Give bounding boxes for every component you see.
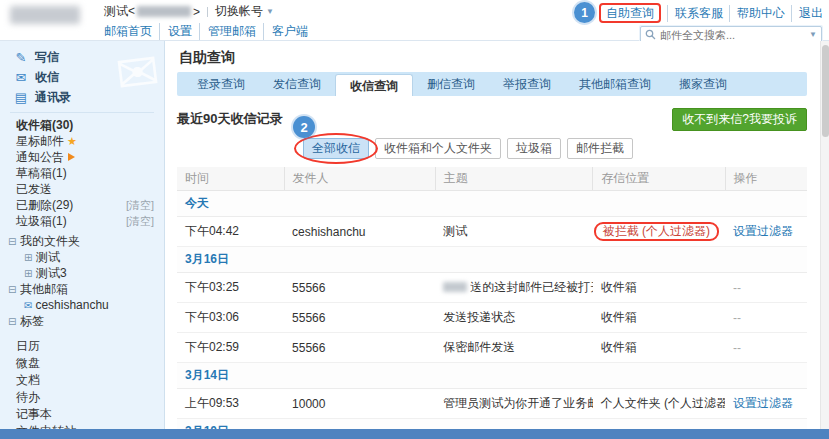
mail-records-table: 时间 发件人 主题 存信位置 操作 今天 下午04:42 ceshishanch…: [177, 167, 807, 429]
mail-time: 下午03:06: [177, 303, 284, 333]
switch-account-link[interactable]: 切换帐号 ▼: [215, 3, 274, 20]
tree-my-folders[interactable]: ⊟我的文件夹: [0, 233, 164, 249]
tree-folder-test3[interactable]: ⊞测试3: [0, 265, 164, 281]
nav-manage-mailbox[interactable]: 管理邮箱: [199, 23, 256, 40]
col-subject: 主题: [435, 167, 593, 191]
chevron-down-icon: ▼: [266, 7, 274, 16]
sidebar-item-docs[interactable]: 文档: [0, 372, 164, 389]
sidebar-item-announcements[interactable]: 通知公告: [0, 149, 164, 165]
mail-subject: 管理员测试为你开通了业务邮箱: [435, 389, 593, 419]
compose-button[interactable]: ✎ 写信: [0, 47, 164, 67]
tree-other-mailboxes[interactable]: ⊟其他邮箱: [0, 281, 164, 297]
mail-row[interactable]: 下午02:59 55566 保密邮件发送 收件箱 --: [177, 333, 807, 363]
logout-link[interactable]: 退出: [791, 5, 823, 22]
tab-delete-query[interactable]: 删信查询: [413, 72, 489, 96]
annotation-red-ellipse-wrap: 全部收信: [303, 138, 369, 159]
star-icon: ★: [67, 135, 77, 147]
webmail-self-query-page: 测试<> 切换帐号 ▼ 邮箱首页 设置 管理邮箱 客户端 1 自助查询: [0, 0, 829, 439]
section-title: 最近90天收信记录: [177, 111, 282, 126]
scrollbar-thumb[interactable]: [822, 45, 829, 137]
mail-row[interactable]: 下午04:42 ceshishanchu 测试 被拦截 (个人过滤器) 设置过滤…: [177, 217, 807, 247]
filter-inbox-and-folders[interactable]: 收件箱和个人文件夹: [375, 138, 501, 159]
complain-button[interactable]: 收不到来信?我要投诉: [672, 108, 807, 131]
section-header: 最近90天收信记录 收不到来信?我要投诉: [177, 108, 807, 129]
mail-sender: 55566: [284, 333, 435, 363]
mail-sender: ceshishanchu: [284, 217, 435, 247]
date-group-row: 3月14日: [177, 363, 807, 389]
nav-mail-home[interactable]: 邮箱首页: [104, 23, 152, 40]
sidebar-item-starred[interactable]: 星标邮件★: [0, 133, 164, 149]
quick-links: 1 自助查询 联系客服 帮助中心 退出: [599, 3, 823, 23]
date-group-row: 3月10日: [177, 419, 807, 430]
nav-settings[interactable]: 设置: [159, 23, 192, 40]
search-scope-dropdown-icon[interactable]: ▼: [809, 30, 817, 39]
mail-sender: 55566: [284, 303, 435, 333]
mail-sender: 10000: [284, 389, 435, 419]
mail-time: 下午04:42: [177, 217, 284, 247]
set-filter-link[interactable]: 设置过滤器: [733, 224, 793, 238]
sidebar-item-inbox[interactable]: 收件箱(30): [0, 117, 164, 133]
sidebar-item-junk[interactable]: 垃圾箱(1) [清空]: [0, 213, 164, 229]
page-title: 自助查询: [179, 49, 807, 67]
collapse-icon[interactable]: ⊟: [8, 282, 20, 298]
annotation-step-2: 2: [293, 116, 315, 138]
sidebar-item-calendar[interactable]: 日历: [0, 338, 164, 355]
nav-client[interactable]: 客户端: [263, 23, 308, 40]
account-name: 测试<: [104, 3, 135, 20]
mail-location: 收件箱: [593, 333, 725, 363]
help-center-link[interactable]: 帮助中心: [729, 5, 785, 22]
search-input[interactable]: [660, 29, 809, 41]
self-query-link[interactable]: 自助查询: [606, 6, 654, 20]
col-operation: 操作: [725, 167, 807, 191]
sidebar-item-drafts[interactable]: 草稿箱(1): [0, 165, 164, 181]
sidebar-item-todo[interactable]: 待办: [0, 389, 164, 406]
mail-icon: ✉: [14, 70, 28, 85]
mail-subject: 发送投递状态: [435, 303, 593, 333]
empty-junk-link[interactable]: [清空]: [126, 213, 154, 229]
collapse-icon[interactable]: ⊟: [8, 314, 20, 330]
mail-location: 个人文件夹 (个人过滤器): [593, 389, 725, 419]
tab-other-mailbox-query[interactable]: 其他邮箱查询: [565, 72, 665, 96]
set-filter-link[interactable]: 设置过滤器: [733, 396, 793, 410]
mail-row[interactable]: 下午03:25 55566 送的这封邮件已经被打开. 收件箱 --: [177, 273, 807, 303]
tab-migration-query[interactable]: 搬家查询: [665, 72, 741, 96]
main-content: 自助查询 登录查询 发信查询 收信查询 删信查询 举报查询 其他邮箱查询 搬家查…: [165, 41, 829, 429]
mail-subject: 送的这封邮件已经被打开.: [435, 273, 593, 303]
filter-buttons: 全部收信 收件箱和个人文件夹 垃圾箱 邮件拦截: [165, 136, 783, 160]
contacts-button[interactable]: ▤ 通讯录: [0, 87, 164, 107]
filter-blocked[interactable]: 邮件拦截: [567, 138, 633, 159]
sidebar-item-deleted[interactable]: 已删除(29) [清空]: [0, 197, 164, 213]
tree-folder-test[interactable]: ⊞测试: [0, 249, 164, 265]
sidebar-item-weiyun[interactable]: 微盘: [0, 355, 164, 372]
contact-support-link[interactable]: 联系客服: [667, 5, 723, 22]
mail-row[interactable]: 上午09:53 10000 管理员测试为你开通了业务邮箱 个人文件夹 (个人过滤…: [177, 389, 807, 419]
table-header-row: 时间 发件人 主题 存信位置 操作: [177, 167, 807, 191]
tab-send-query[interactable]: 发信查询: [259, 72, 335, 96]
compose-icon: ✎: [14, 50, 28, 65]
vertical-scrollbar[interactable]: [820, 41, 829, 429]
tab-receive-query[interactable]: 收信查询: [335, 74, 413, 96]
collapse-icon[interactable]: ⊟: [8, 234, 20, 250]
header-right: 1 自助查询 联系客服 帮助中心 退出 ▼: [599, 3, 823, 44]
redacted-name: [443, 282, 467, 292]
tree-tags[interactable]: ⊟标签: [0, 313, 164, 329]
date-group-row: 3月16日: [177, 247, 807, 273]
folder-tree: ⊟我的文件夹 ⊞测试 ⊞测试3 ⊟其他邮箱 ✉ceshishanchu ⊟标签: [0, 233, 164, 329]
filter-junk[interactable]: 垃圾箱: [507, 138, 561, 159]
filter-all-mail[interactable]: 全部收信: [303, 138, 369, 159]
sidebar-item-sent[interactable]: 已发送: [0, 181, 164, 197]
contacts-icon: ▤: [14, 90, 28, 105]
tab-report-query[interactable]: 举报查询: [489, 72, 565, 96]
receive-mail-button[interactable]: ✉ 收信: [0, 67, 164, 87]
mail-time: 上午09:53: [177, 389, 284, 419]
mail-subject: 保密邮件发送: [435, 333, 593, 363]
empty-deleted-link[interactable]: [清空]: [126, 197, 154, 213]
tree-account-ceshishanchu[interactable]: ✉ceshishanchu: [0, 297, 164, 313]
mail-row[interactable]: 下午03:06 55566 发送投递状态 收件箱 --: [177, 303, 807, 333]
sidebar-divider: [10, 112, 154, 113]
logo: [10, 6, 80, 24]
sidebar-item-notes[interactable]: 记事本: [0, 406, 164, 423]
mail-location: 收件箱: [593, 303, 725, 333]
tab-login-query[interactable]: 登录查询: [183, 72, 259, 96]
annotation-red-box-self-query: 1 自助查询: [599, 3, 661, 23]
